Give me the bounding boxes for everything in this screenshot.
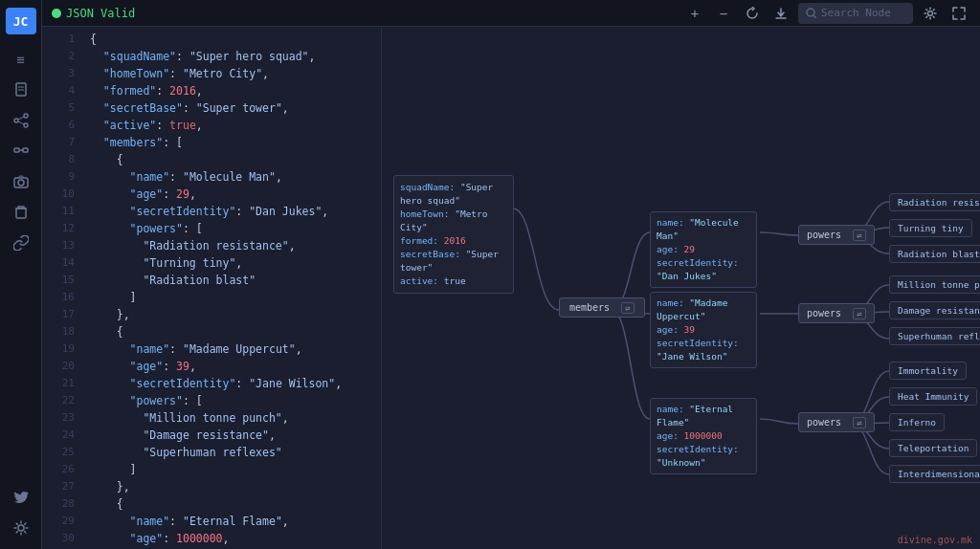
power-leaf-2-2[interactable]: Inferno [889,413,945,431]
sidebar-icon-file[interactable] [8,77,34,103]
power-leaf-2-0[interactable]: Immortality [889,362,967,380]
member-node-2[interactable]: name: "Eternal Flame" age: 1000000 secre… [650,398,757,474]
line-numbers: 123 456 789 101112 131415 161718 192021 … [42,27,82,549]
members-expand[interactable]: ⇌ [621,302,634,313]
sidebar-icon-share[interactable] [8,107,34,134]
svg-point-3 [14,119,18,122]
add-node-button[interactable]: + [683,2,706,25]
powers-connector-1[interactable]: powers ⇌ [798,303,875,323]
powers-label-2: powers [807,417,841,428]
powers-label-1: powers [807,308,841,318]
refresh-button[interactable] [741,2,764,25]
search-box[interactable] [798,3,913,24]
status-text: JSON Valid [66,7,135,20]
svg-point-5 [24,123,28,127]
remove-node-button[interactable]: − [712,2,735,25]
members-label: members [569,302,610,313]
svg-point-4 [24,114,28,118]
power-leaf-2-3[interactable]: Teleportation [889,439,977,457]
sidebar-bottom [8,484,34,541]
svg-rect-8 [14,148,19,152]
power-leaf-2-4[interactable]: Interdimensional travel [889,465,980,483]
powers-expand-1[interactable]: ⇌ [853,308,865,319]
powers-expand-2[interactable]: ⇌ [853,417,865,428]
graph-panel[interactable]: squadName: "Super hero squad" homeTown: … [382,27,980,549]
sidebar-icon-settings[interactable] [8,515,34,541]
members-connector[interactable]: members ⇌ [559,297,645,318]
powers-label-0: powers [807,230,841,240]
sidebar-icon-link[interactable] [8,230,34,256]
json-editor-panel[interactable]: 123 456 789 101112 131415 161718 192021 … [42,27,382,549]
topbar-actions: + − [683,2,970,25]
main-area: JSON Valid + − [42,0,980,549]
power-leaf-1-2[interactable]: Superhuman reflexes [889,327,980,345]
member-node-0[interactable]: name: "Molecule Man" age: 29 secretIdent… [650,211,757,288]
sidebar: JC ≡ [0,0,42,549]
powers-connector-0[interactable]: powers ⇌ [798,225,875,245]
power-leaf-0-1[interactable]: Turning tiny [889,219,972,237]
fullscreen-button[interactable] [947,2,970,25]
content-area: 123 456 789 101112 131415 161718 192021 … [42,27,980,549]
sidebar-icon-delete[interactable] [8,199,34,226]
sidebar-icon-twitter[interactable] [8,484,34,511]
json-code: { "squadName": "Super hero squad", "home… [82,27,381,549]
power-leaf-0-0[interactable]: Radiation resistance [889,193,980,211]
search-input[interactable] [821,7,898,19]
svg-rect-9 [23,148,28,152]
status-indicator [52,9,61,18]
sidebar-icon-transform[interactable] [8,138,34,165]
root-node[interactable]: squadName: "Super hero squad" homeTown: … [393,175,514,294]
svg-rect-13 [16,209,26,218]
powers-expand-0[interactable]: ⇌ [853,230,865,241]
powers-connector-2[interactable]: powers ⇌ [798,412,875,432]
sidebar-icon-camera[interactable] [8,168,34,195]
svg-line-6 [18,117,24,120]
status-bar: divine.gov.mk [898,535,972,545]
svg-line-17 [813,15,816,18]
power-leaf-1-0[interactable]: Million tonne punch [889,275,980,294]
app-logo[interactable]: JC [6,8,36,34]
settings-button[interactable] [919,2,942,25]
svg-line-7 [18,121,24,124]
search-icon [806,8,816,18]
power-leaf-2-1[interactable]: Heat Immunity [889,387,977,406]
power-leaf-0-2[interactable]: Radiation blast [889,245,980,263]
power-leaf-1-1[interactable]: Damage resistance [889,301,980,319]
svg-point-12 [18,180,24,186]
member-node-1[interactable]: name: "Madame Uppercut" age: 39 secretId… [650,292,757,368]
svg-point-18 [928,11,933,15]
download-button[interactable] [769,2,792,25]
json-status: JSON Valid [52,7,135,20]
topbar: JSON Valid + − [42,0,980,27]
svg-point-14 [18,525,24,531]
line-container: 123 456 789 101112 131415 161718 192021 … [42,27,381,549]
sidebar-icon-menu[interactable]: ≡ [8,46,34,73]
